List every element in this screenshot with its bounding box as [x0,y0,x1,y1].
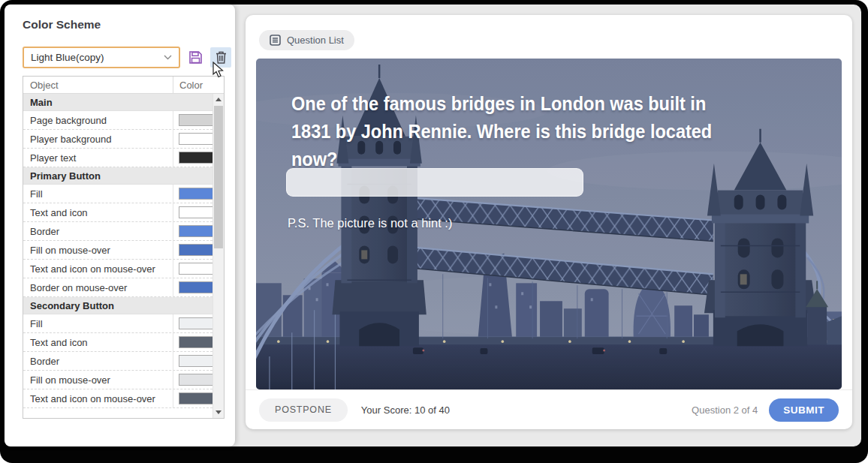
table-scrollbar[interactable] [212,94,224,418]
color-swatch[interactable] [179,263,213,275]
question-list-icon [270,35,281,46]
color-row[interactable]: Fill [23,185,224,203]
column-header-object: Object [23,80,173,91]
color-row[interactable]: Text and icon [23,333,224,352]
color-row-label: Text and icon [23,337,173,348]
color-swatch[interactable] [179,206,213,218]
panel-title: Color Scheme [23,18,101,32]
table-section-header: Secondary Button [23,297,224,314]
player-footer: POSTPONE Your Score: 10 of 40 Question 2… [246,389,852,429]
color-row-label: Border [23,226,173,237]
quiz-player-card: Question List [246,15,852,429]
color-row[interactable]: Fill on mouse-over [23,241,224,260]
save-scheme-button[interactable] [185,47,205,68]
table-section-header: Main [23,94,224,111]
scroll-up-arrow[interactable] [215,98,222,101]
color-row[interactable]: Player background [23,130,224,149]
color-row[interactable]: Page background [23,111,224,130]
color-row-label: Border on mouse-over [23,282,173,293]
scroll-down-arrow[interactable] [215,410,222,414]
color-row-label: Player background [23,134,173,145]
color-row-label: Player text [23,152,173,164]
scroll-thumb[interactable] [214,106,223,248]
question-progress-text: Question 2 of 4 [692,404,758,416]
mouse-cursor-icon [212,62,225,80]
color-swatch[interactable] [179,336,213,348]
color-row-label: Border [23,356,173,367]
color-row[interactable]: Text and icon on mouse-over [23,260,224,278]
color-swatch[interactable] [179,392,213,404]
submit-button[interactable]: SUBMIT [769,398,839,422]
color-scheme-panel: Color Scheme Light Blue(copy) [5,5,235,446]
question-line: One of the famous bridges in London was … [291,90,719,118]
color-row[interactable]: Fill [23,314,224,333]
question-list-button[interactable]: Question List [259,30,354,50]
color-swatch[interactable] [179,225,213,237]
color-table-body: MainPage backgroundPlayer backgroundPlay… [23,94,224,418]
color-row[interactable]: Border [23,352,224,371]
score-text: Your Score: 10 of 40 [361,404,450,416]
scheme-select-value: Light Blue(copy) [31,52,104,63]
color-row-label: Text and icon on mouse-over [23,393,173,404]
color-row[interactable]: Border [23,222,224,241]
floppy-disk-icon [188,50,203,65]
app-window: Color Scheme Light Blue(copy) [0,0,868,463]
color-swatch[interactable] [179,244,213,256]
color-row[interactable]: Text and icon on mouse-over [23,389,224,408]
question-line: 1831 by John Rennie. Where is this bridg… [291,118,719,146]
color-row-label: Text and icon [23,207,173,218]
color-row[interactable]: Player text [23,149,224,167]
question-list-label: Question List [287,35,344,46]
scheme-toolbar: Light Blue(copy) [23,47,231,68]
color-row-label: Text and icon on mouse-over [23,263,173,275]
color-row-label: Fill on mouse-over [23,374,173,386]
color-swatch[interactable] [179,133,213,145]
answer-input[interactable] [286,168,583,197]
color-swatch[interactable] [179,317,213,329]
postscript-text: P.S. The picture is not a hint :) [288,216,452,231]
color-row[interactable]: Border on mouse-over [23,278,224,297]
color-swatch[interactable] [179,152,213,164]
color-row-label: Fill on mouse-over [23,245,173,256]
color-row[interactable]: Text and icon [23,203,224,222]
question-text: One of the famous bridges in London was … [291,90,719,173]
color-table-header: Object Color [23,77,224,94]
color-swatch[interactable] [179,114,213,126]
color-row[interactable]: Fill on mouse-over [23,371,224,389]
color-swatch[interactable] [179,281,213,293]
table-section-header: Primary Button [23,167,224,185]
color-table: Object Color MainPage backgroundPlayer b… [23,76,225,419]
postpone-button[interactable]: POSTPONE [259,398,348,422]
chevron-down-icon [164,55,172,60]
color-swatch[interactable] [179,374,213,386]
scheme-select[interactable]: Light Blue(copy) [23,47,180,68]
color-row-label: Page background [23,115,173,126]
color-row-label: Fill [23,318,173,329]
color-swatch[interactable] [179,355,213,367]
color-row-label: Fill [23,188,173,200]
quiz-slide: One of the famous bridges in London was … [256,59,842,389]
color-swatch[interactable] [179,188,213,200]
